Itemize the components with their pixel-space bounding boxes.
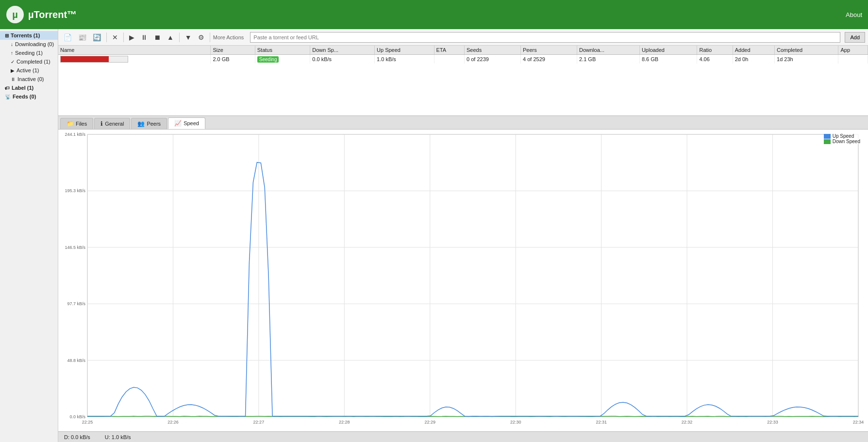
tab-peers[interactable]: 👥Peers — [131, 118, 167, 129]
col-header-downloa---: Downloa... — [577, 46, 639, 55]
torrent-name-cell — [58, 55, 211, 64]
tab-bar: 📁FilesℹGeneral👥Peers📈Speed — [58, 116, 868, 130]
content-area: 📄📰🔄✕▶⏸⏹▲▼⚙ More Actions Add NameSizeStat… — [58, 29, 868, 442]
sidebar-item-label[interactable]: 🏷Label (1) — [0, 83, 58, 92]
up-speed-legend: Up Speed — [824, 133, 860, 139]
down-speed-status: D: 0.0 kB/s — [64, 434, 90, 440]
logo-text: µTorrent™ — [28, 9, 77, 20]
sidebar-item-feeds[interactable]: 📡Feeds (0) — [0, 92, 58, 101]
sidebar-label-seeding: Seeding (1) — [15, 50, 43, 56]
toolbar-separator-1 — [210, 33, 210, 42]
tab-label-files: Files — [76, 121, 87, 127]
svg-text:22:26: 22:26 — [167, 420, 179, 425]
svg-text:22:25: 22:25 — [82, 420, 93, 425]
sidebar-label-feeds: Feeds (0) — [13, 94, 36, 99]
svg-text:22:33: 22:33 — [767, 420, 778, 425]
col-header-uploaded: Uploaded — [639, 46, 697, 55]
sidebar-item-downloading[interactable]: ↓Downloading (0) — [0, 40, 58, 49]
remove-button[interactable]: ✕ — [110, 32, 120, 43]
rss-update-button[interactable]: 🔄 — [90, 32, 103, 43]
sidebar-icon-seeding: ↑ — [11, 50, 13, 56]
sidebar-item-torrents[interactable]: ⊞Torrents (1) — [0, 31, 58, 40]
sidebar-item-active[interactable]: ▶Active (1) — [0, 66, 58, 75]
tab-speed[interactable]: 📈Speed — [168, 117, 205, 129]
col-header-ratio: Ratio — [697, 46, 733, 55]
torrent-status: Seeding — [255, 55, 310, 64]
sidebar-icon-label: 🏷 — [5, 85, 10, 91]
sidebar-item-completed[interactable]: ✓Completed (1) — [0, 57, 58, 66]
sidebar: ⊞Torrents (1)↓Downloading (0)↑Seeding (1… — [0, 29, 58, 442]
sidebar-icon-active: ▶ — [11, 68, 15, 73]
chart-area: 244.1 kB/s195.3 kB/s146.5 kB/s97.7 kB/s4… — [58, 130, 868, 431]
table-row[interactable]: 2.0 GBSeeding0.0 kB/s1.0 kB/s0 of 22394 … — [58, 55, 868, 64]
sidebar-item-inactive[interactable]: ⏸Inactive (0) — [0, 75, 58, 83]
pause-button[interactable]: ⏸ — [138, 32, 150, 43]
torrent-table-body: 2.0 GBSeeding0.0 kB/s1.0 kB/s0 of 22394 … — [58, 55, 868, 64]
torrent-peers: 4 of 2529 — [521, 55, 577, 64]
toolbar: 📄📰🔄✕▶⏸⏹▲▼⚙ More Actions Add — [58, 29, 868, 46]
status-bar: D: 0.0 kB/s U: 1.0 kB/s — [58, 431, 868, 442]
up-button[interactable]: ▲ — [165, 32, 176, 43]
col-header-name: Name — [58, 46, 211, 55]
tab-files[interactable]: 📁Files — [60, 118, 93, 129]
main-layout: ⊞Torrents (1)↓Downloading (0)↑Seeding (1… — [0, 29, 868, 442]
sidebar-icon-feeds: 📡 — [5, 94, 11, 99]
down-button[interactable]: ▼ — [183, 32, 194, 43]
add-rss-button[interactable]: 📰 — [76, 32, 89, 43]
bottom-panel: 📁FilesℹGeneral👥Peers📈Speed 244.1 kB/s195… — [58, 116, 868, 442]
up-speed-status: U: 1.0 kB/s — [105, 434, 131, 440]
stop-button[interactable]: ⏹ — [151, 32, 163, 43]
tab-label-peers: Peers — [147, 121, 161, 127]
svg-text:48.8 kB/s: 48.8 kB/s — [67, 358, 85, 363]
about-button[interactable]: About — [846, 11, 862, 18]
tab-icon-speed: 📈 — [174, 120, 182, 127]
col-header-down-sp---: Down Sp... — [310, 46, 375, 55]
svg-text:22:31: 22:31 — [596, 420, 607, 425]
svg-text:22:28: 22:28 — [339, 420, 350, 425]
tab-label-speed: Speed — [184, 120, 199, 126]
svg-text:22:30: 22:30 — [510, 420, 521, 425]
progress-bar-fill — [61, 56, 109, 62]
up-speed-color-box — [824, 134, 831, 139]
col-header-status: Status — [255, 46, 310, 55]
tab-icon-files: 📁 — [67, 120, 74, 127]
up-speed-legend-label: Up Speed — [833, 133, 854, 139]
tab-general[interactable]: ℹGeneral — [94, 118, 130, 129]
sidebar-icon-inactive: ⏸ — [11, 77, 16, 82]
toolbar-sep-3 — [123, 33, 124, 42]
status-badge: Seeding — [257, 56, 279, 63]
url-input[interactable] — [250, 32, 840, 43]
sidebar-icon-downloading: ↓ — [11, 42, 13, 47]
col-header-completed: Completed — [775, 46, 838, 55]
svg-text:0.0 kB/s: 0.0 kB/s — [69, 414, 85, 419]
sidebar-label-label: Label (1) — [12, 85, 33, 91]
svg-text:22:34: 22:34 — [853, 420, 864, 425]
chart-legend: Up Speed Down Speed — [824, 133, 860, 144]
sidebar-label-inactive: Inactive (0) — [17, 76, 44, 82]
col-header-peers: Peers — [521, 46, 577, 55]
add-torrent-button[interactable]: 📄 — [61, 32, 74, 43]
torrent-down-speed: 0.0 kB/s — [310, 55, 375, 64]
down-speed-legend-label: Down Speed — [833, 139, 860, 144]
torrent-completed: 1d 23h — [775, 55, 838, 64]
svg-text:97.7 kB/s: 97.7 kB/s — [67, 301, 85, 306]
add-button[interactable]: Add — [845, 32, 865, 43]
sidebar-icon-completed: ✓ — [11, 59, 15, 65]
sidebar-label-downloading: Downloading (0) — [15, 41, 54, 47]
sidebar-item-seeding[interactable]: ↑Seeding (1) — [0, 49, 58, 57]
col-header-up-speed: Up Speed — [375, 46, 434, 55]
svg-text:146.5 kB/s: 146.5 kB/s — [65, 245, 85, 250]
sidebar-label-torrents: Torrents (1) — [11, 33, 40, 38]
speed-chart: 244.1 kB/s195.3 kB/s146.5 kB/s97.7 kB/s4… — [58, 130, 868, 431]
logo-area: µ µTorrent™ — [6, 5, 77, 24]
more-actions-label: More Actions — [213, 34, 244, 40]
settings-button[interactable]: ⚙ — [196, 32, 207, 43]
torrent-ratio: 4.06 — [697, 55, 733, 64]
start-button[interactable]: ▶ — [127, 32, 137, 43]
torrent-size: 2.0 GB — [211, 55, 255, 64]
sidebar-label-completed: Completed (1) — [17, 59, 50, 65]
svg-text:244.1 kB/s: 244.1 kB/s — [65, 132, 85, 137]
torrent-list: NameSizeStatusDown Sp...Up SpeedETASeeds… — [58, 46, 868, 116]
torrent-table: NameSizeStatusDown Sp...Up SpeedETASeeds… — [58, 46, 868, 64]
torrent-eta — [434, 55, 465, 64]
